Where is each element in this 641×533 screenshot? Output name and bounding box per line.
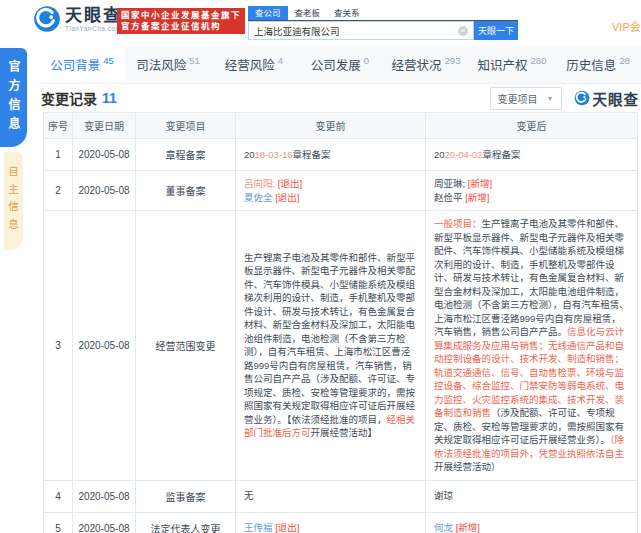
filter-dropdown[interactable]: 变更项目 ▼: [490, 87, 562, 110]
nav-tab[interactable]: 公司发展0: [297, 46, 383, 83]
person-link[interactable]: 王传福: [244, 522, 273, 533]
nav-tab-count: 51: [189, 55, 200, 66]
nav-tab-count: 28: [619, 55, 630, 66]
cell-line: 2018-03-16章程备案: [244, 148, 417, 162]
text-segment: [新增]: [468, 178, 492, 189]
nav-tab-count: 45: [103, 55, 114, 66]
change-item: 监事备案: [136, 480, 236, 512]
nav-tab-count: 0: [364, 55, 369, 66]
text-segment: 吕向阳;: [244, 178, 275, 189]
tianyancha-logo[interactable]: 天眼查 TianYanCha.com: [33, 5, 122, 33]
search-row: × 天眼一下: [248, 21, 528, 40]
cell-line: 2020-04-02章程备案: [434, 148, 629, 162]
tianyancha-logo-icon: [33, 5, 61, 33]
watermark-logo-icon: [574, 90, 590, 106]
text-segment: [新增]: [465, 192, 489, 203]
side-tab-self[interactable]: 自主信息: [4, 152, 23, 250]
nav-tab-count: 280: [531, 55, 547, 66]
text-segment: [退出]: [275, 192, 299, 203]
watermark-logo: 天眼查: [574, 88, 640, 109]
nav-tab[interactable]: 经营状况293: [383, 46, 469, 83]
side-tab-label: 官方信息: [5, 60, 22, 136]
text-segment: 无: [244, 490, 254, 501]
text-segment: 20: [244, 149, 255, 160]
nav-tab-label: 经营风险: [225, 55, 275, 74]
nav-tab-count: 293: [445, 55, 461, 66]
official-badge: 国家中小企业发展基金旗下 官方备案企业征信机构: [117, 8, 245, 34]
watermark-text: 天眼查: [593, 88, 640, 109]
cell-line: 赵俭平 [新增]: [434, 191, 629, 205]
nav-tab[interactable]: 历史信息28: [555, 46, 641, 83]
table-header-row: 序号变更日期变更项目变更前变更后: [44, 113, 638, 139]
nav-tab[interactable]: 经营风险4: [211, 46, 297, 83]
vip-link[interactable]: VIP会: [612, 18, 641, 34]
text-segment: [退出]: [278, 178, 302, 189]
badge-line-1: 国家中小企业发展基金旗下: [121, 10, 241, 21]
nav-tab[interactable]: 司法风险51: [125, 46, 211, 83]
nav-tab[interactable]: 知识产权280: [469, 46, 555, 83]
column-header: 变更日期: [73, 113, 136, 139]
change-item: 经营范围变更: [136, 211, 236, 481]
column-header: 变更前: [236, 113, 426, 139]
change-before-cell: 王传福 [退出]: [236, 512, 426, 533]
text-segment: 章程备案: [293, 149, 331, 160]
logo-text: 天眼查 TianYanCha.com: [65, 7, 122, 32]
change-item: 章程备案: [136, 139, 236, 171]
text-segment: 开展经营活动）: [434, 461, 501, 472]
nav-tab-label: 公司发展: [311, 55, 361, 74]
change-date: 2020-05-08: [73, 171, 136, 211]
table-row: 12020-05-08章程备案2018-03-16章程备案2020-04-02章…: [44, 139, 638, 171]
text-segment: 开展经营活动】: [311, 427, 378, 438]
change-after-cell: 2020-04-02章程备案: [426, 139, 638, 171]
change-date: 2020-05-08: [73, 211, 136, 481]
table-row: 42020-05-08监事备案无谢琼: [44, 480, 638, 512]
text-segment: 信息化与云计算集成服务及应用与销售；无线通信产品和自动控制设备的设计、技术开发、…: [434, 326, 624, 418]
search-tab[interactable]: 查公司: [248, 6, 288, 20]
cell-line: 一般项目：生产锂离子电池及其零件和部件、新型平板显示器件、新型电子元器件及相关零…: [434, 217, 629, 474]
nav-tab-label: 知识产权: [478, 55, 528, 74]
person-link[interactable]: 夏佐全: [244, 192, 273, 203]
clear-icon[interactable]: ×: [458, 26, 468, 36]
logo-domain: TianYanCha.com: [65, 25, 122, 32]
nav-tabs: 公司背景45司法风险51经营风险4公司发展0经营状况293知识产权280历史信息…: [39, 46, 641, 84]
logo-title: 天眼查: [65, 7, 122, 25]
table-row: 52020-05-08法定代表人变更王传福 [退出]何龙 [新增]: [44, 512, 638, 533]
change-record-table: 序号变更日期变更项目变更前变更后 12020-05-08章程备案2018-03-…: [43, 112, 638, 533]
table-row: 32020-05-08经营范围变更生产锂离子电池及其零件和部件、新型平板显示器件…: [44, 211, 638, 481]
main-content: 公司背景45司法风险51经营风险4公司发展0经营状况293知识产权280历史信息…: [39, 46, 641, 533]
column-header: 序号: [44, 113, 73, 139]
row-number: 5: [44, 512, 73, 533]
column-header: 变更项目: [136, 113, 236, 139]
search-button[interactable]: 天眼一下: [474, 21, 518, 40]
row-number: 1: [44, 139, 73, 171]
row-number: 3: [44, 211, 73, 481]
search-tab[interactable]: 查老板: [288, 6, 328, 20]
change-after-cell: 何龙 [新增]: [426, 512, 638, 533]
nav-tab[interactable]: 公司背景45: [39, 46, 125, 83]
nav-tab-label: 历史信息: [566, 55, 616, 74]
search-tab[interactable]: 查关系: [327, 6, 367, 20]
section-count: 11: [102, 90, 117, 106]
search-input[interactable]: [249, 25, 449, 36]
text-segment: [退出]: [275, 522, 299, 533]
text-segment: 20-04-02: [445, 149, 483, 160]
change-table-body: 12020-05-08章程备案2018-03-16章程备案2020-04-02章…: [44, 139, 638, 533]
change-date: 2020-05-08: [73, 139, 136, 171]
change-before-cell: 吕向阳; [退出]夏佐全 [退出]: [236, 171, 426, 211]
cell-line: 生产锂离子电池及其零件和部件、新型平板显示器件、新型电子元器件及相关零配件、汽车…: [244, 251, 417, 440]
side-tab-label: 自主信息: [6, 166, 21, 236]
filter-label: 变更项目: [498, 91, 538, 106]
change-before-cell: 2018-03-16章程备案: [236, 139, 426, 171]
text-segment: 周亚琳;: [434, 178, 465, 189]
nav-tab-label: 司法风险: [136, 55, 186, 74]
cell-line: 周亚琳; [新增]: [434, 177, 629, 191]
person-link[interactable]: 何龙: [434, 522, 453, 533]
cell-line: 谢琼: [434, 489, 629, 503]
row-number: 2: [44, 171, 73, 211]
side-tab-official[interactable]: 官方信息: [0, 48, 27, 147]
row-number: 4: [44, 480, 73, 512]
section-header: 变更记录 11 变更项目 ▼ 天眼查: [39, 84, 641, 112]
change-before-cell: 生产锂离子电池及其零件和部件、新型平板显示器件、新型电子元器件及相关零配件、汽车…: [236, 211, 426, 481]
change-after-cell: 周亚琳; [新增]赵俭平 [新增]: [426, 171, 638, 211]
nav-tab-label: 公司背景: [50, 55, 100, 74]
